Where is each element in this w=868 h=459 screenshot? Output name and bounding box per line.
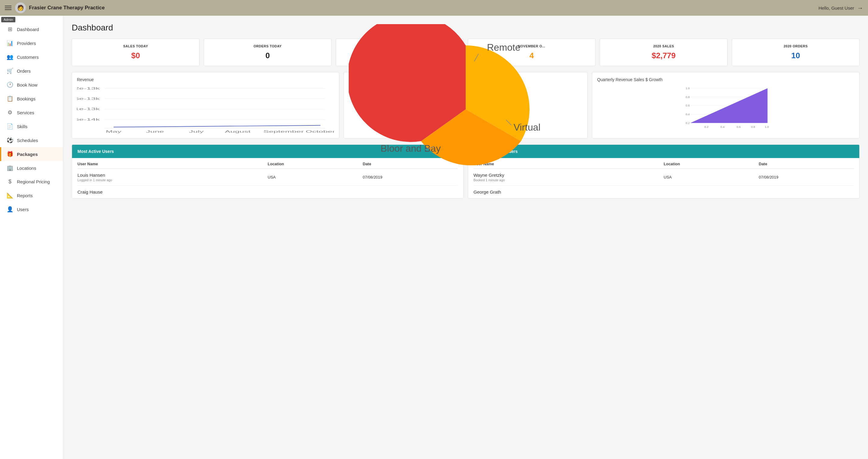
sidebar-item-users[interactable]: 👤 Users [0,202,63,216]
pie-chart-card: Service Location [344,72,588,138]
stat-label-2020-sales: 2020 SALES [604,44,723,48]
svg-text:0.2: 0.2 [686,121,689,124]
logout-icon[interactable]: → [857,4,863,11]
stat-card-sales-today: SALES TODAY $0 [72,38,199,66]
svg-text:5e-14k: 5e-14k [77,118,100,121]
providers-icon: 📊 [7,40,13,47]
stat-value-sales-today: $0 [76,51,195,60]
sidebar-label-dashboard: Dashboard [17,27,39,32]
sidebar-item-packages[interactable]: 🎁 Packages [0,147,63,161]
main-content: Dashboard SALES TODAY $0 ORDERS TODAY 0 … [63,16,868,459]
bookings-icon: 📋 [7,95,13,102]
stat-label-2020-orders: 2020 ORDERS [736,44,855,48]
skills-icon: 📄 [7,123,13,130]
sidebar-label-users: Users [17,207,29,212]
sidebar-label-locations: Locations [17,166,36,171]
svg-text:1.0: 1.0 [765,125,769,128]
svg-text:0.2: 0.2 [704,125,708,128]
avatar: 🧑 [15,2,26,13]
sidebar-label-customers: Customers [17,55,39,60]
user-sub: Logged in 1 minute ago [78,178,268,182]
greeting-text: Hello, Guest User [818,5,854,10]
sidebar-item-regional-pricing[interactable]: $ Regional Pricing [0,175,63,189]
book-now-icon: 🕐 [7,81,13,88]
stat-card-2020-orders: 2020 ORDERS 10 [732,38,860,66]
sidebar-label-book-now: Book Now [17,82,37,87]
svg-text:0.4: 0.4 [686,113,690,116]
menu-icon[interactable] [5,6,11,10]
customers-icon: 👥 [7,54,13,60]
sidebar-item-customers[interactable]: 👥 Customers [0,50,63,64]
sidebar-label-services: Services [17,110,34,115]
charts-row: Revenue 2e-13k 5e-13k 1e-13k 5e-14k [72,72,860,138]
svg-text:May: May [106,130,122,133]
svg-text:5e-13k: 5e-13k [77,97,100,101]
provider-date: 07/08/2019 [759,175,854,179]
user-name: Louis Hansen [78,172,268,178]
sidebar-label-packages: Packages [17,152,38,157]
topbar: 🧑 Frasier Crane Therapy Practice Hello, … [0,0,868,16]
sidebar-label-providers: Providers [17,41,36,46]
providers-col-date: Date [759,162,854,166]
user-info: Louis Hansen Logged in 1 minute ago [78,172,268,182]
dashboard-icon: ⊞ [7,26,13,33]
svg-text:September: September [264,130,304,133]
stat-card-orders-today: ORDERS TODAY 0 [204,38,332,66]
sidebar-label-bookings: Bookings [17,96,36,101]
revenue-chart-svg: 2e-13k 5e-13k 1e-13k 5e-14k May June Jul… [77,85,334,133]
revenue-chart-title: Revenue [77,77,334,82]
user-info: Craig Hause [78,190,268,195]
sidebar-item-locations[interactable]: 🏢 Locations [0,161,63,175]
sidebar-item-orders[interactable]: 🛒 Orders [0,64,63,78]
svg-text:June: June [146,130,164,133]
sidebar-item-skills[interactable]: 📄 Skills [0,119,63,133]
reports-icon: 📐 [7,192,13,199]
orders-icon: 🛒 [7,67,13,74]
svg-text:August: August [225,130,251,133]
svg-text:Virtual: Virtual [514,122,540,133]
sidebar-item-book-now[interactable]: 🕐 Book Now [0,78,63,92]
sidebar-label-reports: Reports [17,193,33,198]
svg-text:1e-13k: 1e-13k [77,107,100,111]
users-col-name: User Name [78,162,268,166]
sidebar-item-providers[interactable]: 📊 Providers [0,36,63,50]
sidebar-item-schedules[interactable]: ⚽ Schedules [0,133,63,147]
stat-label-orders-today: ORDERS TODAY [208,44,327,48]
sidebar-item-dashboard[interactable]: ⊞ Dashboard [0,22,63,36]
svg-text:July: July [189,130,204,133]
svg-text:0.8: 0.8 [686,95,689,98]
svg-text:0.6: 0.6 [686,104,689,107]
providers-col-location: Location [664,162,759,166]
svg-text:1.0: 1.0 [686,87,689,90]
growth-chart-area: 1.0 0.8 0.6 0.4 0.2 0.2 0.4 0.6 0.8 1.0 [597,85,855,133]
app-title: Frasier Crane Therapy Practice [29,5,818,11]
services-icon: ⚙ [7,109,13,116]
sidebar-label-regional-pricing: Regional Pricing [17,179,50,184]
growth-chart-title: Quarterly Revenue Sales $ Growth [597,77,855,82]
sidebar-label-skills: Skills [17,124,27,129]
packages-icon: 🎁 [7,151,13,157]
admin-badge: Admin [1,17,16,22]
svg-text:2e-13k: 2e-13k [77,87,100,90]
svg-text:0.8: 0.8 [751,125,755,128]
sidebar-item-reports[interactable]: 📐 Reports [0,189,63,202]
stat-label-sales-today: SALES TODAY [76,44,195,48]
sidebar-label-orders: Orders [17,68,31,74]
users-icon: 👤 [7,206,13,212]
revenue-chart-area: 2e-13k 5e-13k 1e-13k 5e-14k May June Jul… [77,85,334,133]
growth-chart-svg: 1.0 0.8 0.6 0.4 0.2 0.2 0.4 0.6 0.8 1.0 [597,85,855,133]
sidebar: Admin ⊞ Dashboard 📊 Providers 👥 Customer… [0,16,63,459]
stat-value-2020-sales: $2,779 [604,51,723,60]
regional-pricing-icon: $ [7,178,13,185]
growth-chart-card: Quarterly Revenue Sales $ Growth 1.0 0.8… [592,72,860,138]
svg-text:Remote: Remote [487,42,521,53]
svg-text:Bloor and Bay: Bloor and Bay [381,143,441,154]
revenue-chart-card: Revenue 2e-13k 5e-13k 1e-13k 5e-14k [72,72,339,138]
sidebar-item-bookings[interactable]: 📋 Bookings [0,92,63,106]
sidebar-label-schedules: Schedules [17,138,38,143]
svg-text:0.6: 0.6 [737,125,741,128]
svg-text:October: October [306,130,334,133]
sidebar-item-services[interactable]: ⚙ Services [0,106,63,119]
svg-text:0.4: 0.4 [721,125,725,128]
stat-card-2020-sales: 2020 SALES $2,779 [600,38,727,66]
